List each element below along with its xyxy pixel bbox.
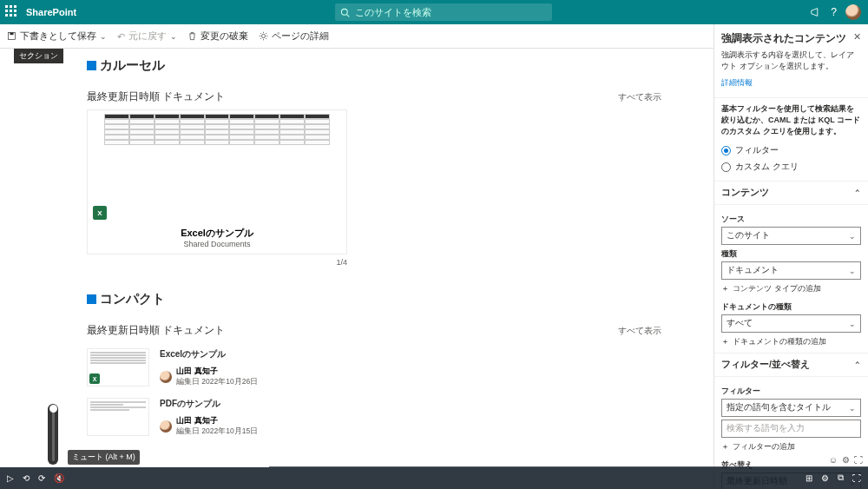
plus-icon: ＋: [721, 283, 729, 294]
undo-icon: ↶: [117, 31, 125, 42]
settings-icon[interactable]: ⚙: [842, 455, 850, 465]
list-item[interactable]: PDFのサンプル 山田 真知子 編集日 2022年10月15日: [87, 393, 661, 442]
save-icon: [7, 31, 16, 41]
source-label: ソース: [721, 214, 861, 225]
doctype-label: ドキュメントの種類: [721, 301, 861, 313]
content-section-header[interactable]: コンテンツ ⌃: [714, 181, 868, 204]
carousel-webpart-title: 最終更新日時順 ドキュメント: [87, 89, 225, 104]
filter-label: フィルター: [721, 386, 861, 397]
filter-section-header[interactable]: フィルター/並べ替え ⌃: [714, 353, 868, 376]
excel-file-icon: [89, 373, 100, 384]
carousel-card[interactable]: Excelのサンプル Shared Documents: [87, 109, 347, 254]
compact-heading: コンパクト: [100, 291, 165, 307]
filter-text-input[interactable]: 検索する語句を入力: [721, 420, 861, 438]
pip-icon[interactable]: ⧉: [838, 472, 844, 483]
page-details-button[interactable]: ページの詳細: [259, 30, 329, 43]
discard-button[interactable]: 変更の破棄: [187, 30, 248, 43]
search-box[interactable]: このサイトを検索: [335, 3, 552, 21]
radio-icon: [721, 162, 731, 172]
user-avatar[interactable]: [845, 4, 861, 20]
help-icon[interactable]: ?: [831, 6, 837, 18]
property-pane: 強調表示されたコンテンツ ✕ 強調表示する内容を選択して、レイアウト オプション…: [713, 24, 868, 489]
doctype-select[interactable]: すべて⌄: [721, 314, 861, 333]
svg-point-4: [261, 34, 265, 37]
mute-tooltip: ミュート (Alt + M): [68, 450, 140, 465]
search-placeholder: このサイトを検索: [355, 6, 431, 19]
edit-date: 編集日 2022年10月15日: [176, 426, 258, 437]
skip-forward-icon[interactable]: ⟳: [38, 473, 45, 483]
chevron-down-icon: ⌄: [100, 32, 107, 41]
svg-point-0: [341, 9, 347, 15]
search-icon: [340, 8, 350, 17]
chevron-down-icon: ⌄: [849, 267, 856, 275]
fullscreen-icon[interactable]: ⛶: [854, 455, 863, 465]
plus-icon: ＋: [721, 441, 729, 453]
type-label: 種類: [721, 248, 861, 260]
settings-icon[interactable]: ⚙: [821, 473, 829, 483]
chevron-up-icon: ⌃: [854, 188, 861, 197]
compact-webpart-title: 最終更新日時順 ドキュメント: [87, 323, 225, 338]
item-title: Excelのサンプル: [160, 348, 258, 360]
card-title: Excelのサンプル: [88, 227, 346, 240]
volume-icon[interactable]: 🔇: [54, 473, 64, 483]
progress-bar[interactable]: [0, 465, 868, 467]
excel-thumbnail: [104, 114, 330, 223]
skip-back-icon[interactable]: ⟲: [23, 473, 30, 483]
radio-icon: [721, 146, 731, 155]
app-launcher-icon[interactable]: [5, 5, 19, 19]
svg-line-1: [346, 14, 349, 17]
undo-button[interactable]: ↶ 元に戻す ⌄: [117, 30, 177, 43]
add-doctype-link[interactable]: ＋ドキュメントの種類の追加: [721, 336, 861, 347]
see-all-link[interactable]: すべて表示: [618, 91, 661, 103]
pane-title: 強調表示されたコンテンツ: [721, 31, 846, 46]
megaphone-icon[interactable]: [810, 6, 822, 18]
type-select[interactable]: ドキュメント⌄: [721, 261, 861, 280]
captions-icon[interactable]: ⊞: [806, 473, 812, 483]
chevron-down-icon: ⌄: [849, 320, 856, 328]
author-name: 山田 真知子: [176, 415, 258, 426]
trash-icon: [187, 31, 197, 41]
volume-slider[interactable]: [48, 404, 58, 465]
details-link[interactable]: 詳細情報: [714, 77, 868, 97]
excel-file-icon: [93, 206, 107, 220]
author-name: 山田 真知子: [176, 366, 258, 377]
add-content-type-link[interactable]: ＋コンテンツ タイプの追加: [721, 283, 861, 294]
carousel-heading: カルーセル: [100, 57, 165, 74]
edit-date: 編集日 2022年10月26日: [176, 377, 258, 387]
chevron-down-icon: ⌄: [849, 232, 856, 241]
app-name: SharePoint: [26, 7, 76, 17]
filter-select[interactable]: 指定の語句を含むタイトル⌄: [721, 399, 861, 417]
radio-filter[interactable]: フィルター: [721, 142, 861, 159]
chevron-down-icon: ⌄: [849, 404, 856, 413]
chevron-up-icon: ⌃: [854, 360, 861, 369]
pane-description: 強調表示する内容を選択して、レイアウト オプションを選択します。: [714, 50, 868, 77]
filter-help: 基本フィルターを使用して検索結果を絞り込むか、CAML または KQL コードの…: [721, 103, 861, 137]
carousel-pager: 1/4: [87, 258, 347, 267]
section-label: セクション: [14, 49, 63, 63]
svg-rect-3: [10, 32, 13, 35]
list-item[interactable]: Excelのサンプル 山田 真知子 編集日 2022年10月26日: [87, 343, 661, 393]
radio-custom-query[interactable]: カスタム クエリ: [721, 159, 861, 175]
video-controls: ▷ ⟲ ⟳ 🔇 ⊞ ⚙ ⧉ ⛶: [0, 466, 868, 489]
heading-marker: [87, 61, 96, 70]
card-location: Shared Documents: [88, 240, 346, 248]
close-icon[interactable]: ✕: [853, 31, 861, 43]
gear-icon: [259, 31, 268, 41]
author-avatar: [160, 371, 172, 383]
fullscreen-icon[interactable]: ⛶: [852, 473, 861, 483]
item-title: PDFのサンプル: [160, 398, 258, 410]
chevron-down-icon: ⌄: [170, 32, 177, 41]
add-filter-link[interactable]: ＋フィルターの追加: [721, 441, 861, 453]
play-icon[interactable]: ▷: [7, 473, 14, 483]
plus-icon: ＋: [721, 336, 729, 347]
see-all-link[interactable]: すべて表示: [618, 325, 661, 337]
author-avatar: [160, 420, 172, 433]
heading-marker: [87, 294, 96, 304]
feedback-icon[interactable]: ☺: [829, 455, 838, 465]
save-draft-button[interactable]: 下書きとして保存 ⌄: [7, 30, 107, 43]
source-select[interactable]: このサイト⌄: [721, 227, 861, 245]
